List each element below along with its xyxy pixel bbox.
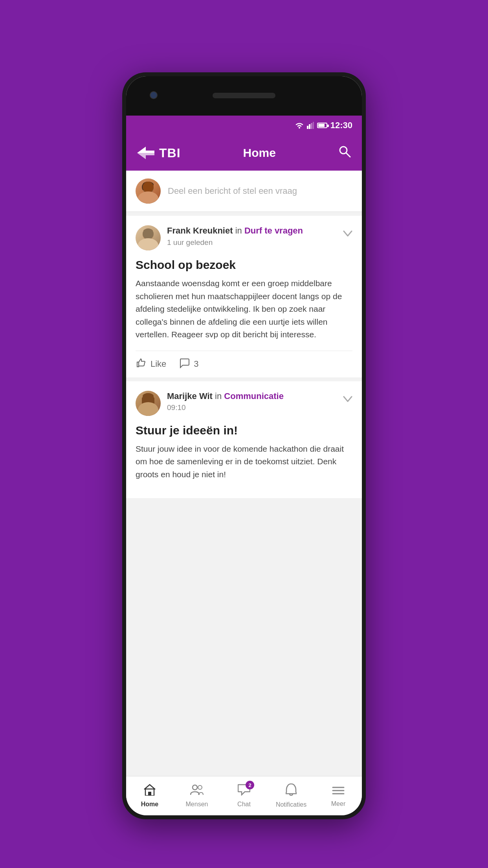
svg-marker-6 [137, 153, 154, 159]
svg-rect-2 [309, 124, 310, 129]
svg-rect-4 [313, 122, 314, 129]
nav-item-meer[interactable]: Meer [315, 782, 362, 811]
post-body-2: Stuur jouw idee in voor de komende hacka… [136, 443, 352, 481]
svg-point-12 [143, 182, 154, 188]
post-time: 1 uur geleden [167, 238, 337, 247]
bottom-nav: Home Mensen [126, 776, 362, 815]
svg-point-15 [139, 241, 158, 250]
post-title-2: Stuur je ideeën in! [136, 424, 352, 437]
svg-point-21 [143, 393, 154, 399]
comment-icon [179, 357, 190, 371]
post-group[interactable]: Durf te vragen [244, 226, 303, 235]
chat-badge: 2 [246, 781, 254, 789]
nav-label-mensen: Mensen [186, 801, 208, 808]
post-in-2: in [215, 391, 224, 401]
app-name: TBI [159, 146, 181, 160]
post-time-2: 09:10 [167, 403, 337, 412]
phone-frame: 12:30 TBI Home [122, 72, 366, 819]
signal-icon [307, 122, 314, 129]
phone-inner: 12:30 TBI Home [126, 76, 362, 815]
svg-point-26 [193, 785, 197, 790]
svg-rect-1 [307, 126, 308, 129]
earpiece-speaker [213, 93, 275, 98]
post-group-2[interactable]: Communicatie [224, 391, 284, 401]
status-bar: 12:30 [126, 116, 362, 135]
user-avatar [136, 178, 161, 204]
author-avatar-frank [136, 225, 161, 250]
svg-point-14 [143, 229, 154, 240]
post-author-name-2: Marijke Wit [167, 391, 213, 401]
nav-label-chat: Chat [237, 801, 251, 808]
nav-item-mensen[interactable]: Mensen [173, 781, 220, 811]
post-2-expand-button[interactable] [343, 392, 352, 405]
svg-marker-5 [137, 147, 154, 153]
comment-button[interactable]: 3 [179, 357, 198, 371]
page-title: Home [243, 146, 276, 160]
status-time: 12:30 [330, 120, 352, 131]
post-meta-2: Marijke Wit in Communicatie 09:10 [167, 391, 337, 412]
tbi-logo-icon [137, 147, 154, 159]
content-area: Deel een bericht of stel een vraag [126, 171, 362, 776]
battery-icon [317, 123, 327, 128]
svg-point-27 [198, 785, 202, 789]
status-icons: 12:30 [295, 120, 352, 131]
app-logo: TBI [137, 146, 181, 160]
post-actions: Like 3 [136, 351, 352, 377]
wifi-icon [295, 122, 304, 129]
svg-line-8 [346, 153, 350, 157]
svg-rect-25 [148, 792, 151, 796]
like-button[interactable]: Like [136, 357, 166, 371]
nav-item-notificaties[interactable]: Notificaties [268, 780, 315, 811]
author-avatar-marijke [136, 391, 161, 416]
svg-point-17 [143, 229, 153, 233]
marijke-avatar-svg [136, 391, 161, 416]
svg-point-18 [143, 395, 154, 406]
svg-point-19 [139, 406, 158, 416]
post-author-name: Frank Kreukniet [167, 226, 233, 235]
svg-rect-22 [142, 397, 145, 406]
post-in: in [235, 226, 244, 235]
post-author-line: Frank Kreukniet in Durf te vragen [167, 225, 337, 237]
nav-item-home[interactable]: Home [126, 781, 173, 811]
svg-rect-23 [151, 397, 154, 406]
like-icon [136, 357, 147, 371]
svg-point-13 [142, 184, 145, 190]
mensen-icon [190, 784, 204, 798]
post-expand-button[interactable] [343, 227, 352, 239]
app-header: TBI Home [126, 135, 362, 171]
phone-screen: 12:30 TBI Home [126, 116, 362, 815]
notificaties-icon [286, 783, 297, 799]
phone-outer: 12:30 TBI Home [122, 72, 366, 819]
post-header: Frank Kreukniet in Durf te vragen 1 uur … [136, 225, 352, 250]
svg-point-11 [143, 183, 153, 193]
nav-item-chat[interactable]: 2 Chat [220, 781, 268, 811]
like-label: Like [150, 359, 166, 369]
search-button[interactable] [338, 145, 351, 161]
post-header-2: Marijke Wit in Communicatie 09:10 [136, 391, 352, 416]
svg-point-16 [143, 230, 153, 239]
post-placeholder[interactable]: Deel een bericht of stel een vraag [168, 186, 352, 196]
top-bezel [126, 76, 362, 116]
nav-label-meer: Meer [331, 800, 345, 807]
nav-label-notificaties: Notificaties [276, 801, 306, 808]
frank-avatar-svg [136, 225, 161, 250]
post-body: Aanstaande woensdag komt er een groep mi… [136, 277, 352, 341]
post-input-row[interactable]: Deel een bericht of stel een vraag [126, 171, 362, 212]
post-card-2: Marijke Wit in Communicatie 09:10 [126, 381, 362, 498]
home-icon [143, 784, 156, 798]
svg-rect-3 [311, 123, 312, 129]
post-meta: Frank Kreukniet in Durf te vragen 1 uur … [167, 225, 337, 247]
post-card: Frank Kreukniet in Durf te vragen 1 uur … [126, 216, 362, 377]
svg-point-10 [139, 194, 158, 204]
svg-point-20 [143, 395, 153, 405]
meer-icon [332, 785, 345, 798]
chat-badge-wrapper: 2 [238, 784, 250, 798]
nav-label-home: Home [141, 801, 158, 808]
svg-point-0 [299, 127, 300, 129]
svg-point-9 [143, 182, 154, 193]
avatar-svg [136, 178, 161, 204]
post-title: School op bezoek [136, 258, 352, 272]
front-camera [150, 91, 158, 99]
post-author-line-2: Marijke Wit in Communicatie [167, 391, 337, 402]
comment-count: 3 [194, 359, 198, 369]
